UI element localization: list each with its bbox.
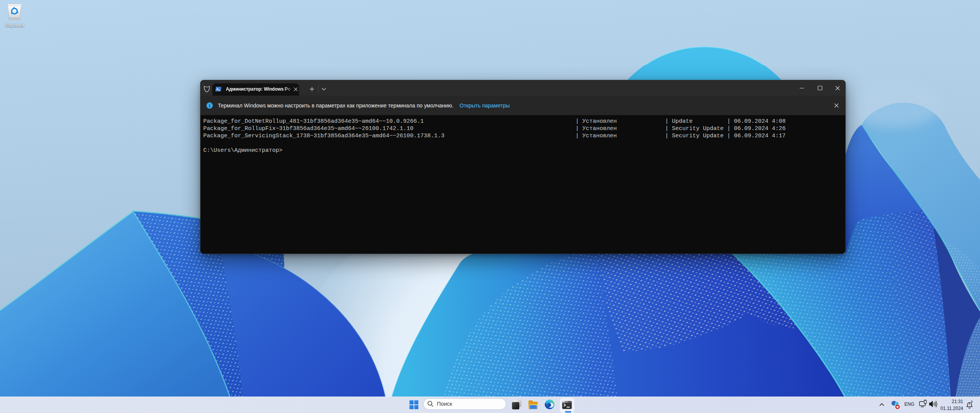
svg-text:ENG: ENG [905,402,915,407]
svg-text:21:31: 21:31 [952,399,963,404]
svg-text:Поиск: Поиск [437,401,452,407]
svg-text:z: z [971,400,973,403]
svg-text:01.11.2024: 01.11.2024 [941,406,963,411]
svg-text:z: z [969,402,970,405]
